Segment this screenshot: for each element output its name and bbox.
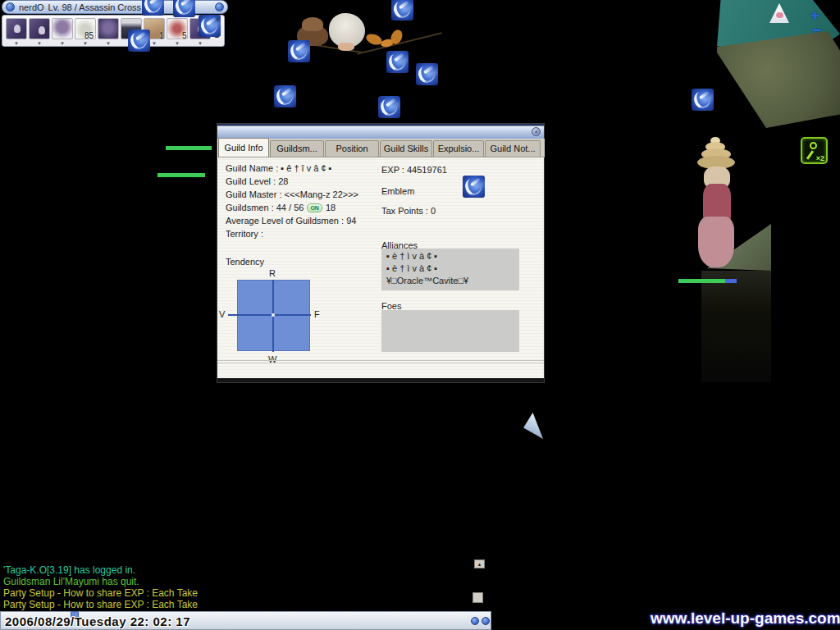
emblem-label: Emblem <box>381 186 414 196</box>
guild-emblem-icon <box>692 89 714 111</box>
slot-dropdown-icon[interactable]: ▼ <box>75 41 96 46</box>
slot-dropdown-icon[interactable]: ▼ <box>29 41 50 46</box>
tab-guildsmen[interactable]: Guildsm... <box>270 140 324 157</box>
close-icon[interactable]: × <box>532 127 541 136</box>
tab-expulsion[interactable]: Expulsio... <box>433 140 484 157</box>
chat-input-bar[interactable]: 2006/08/29/Tuesday 22: 02: 17 <box>0 611 491 630</box>
online-badge: ON <box>307 203 322 212</box>
skill-skull-sword-icon[interactable] <box>98 18 119 39</box>
chat-option-icon[interactable] <box>471 617 479 625</box>
player-info: Lv. 98 / Assassin Cross <box>48 2 142 12</box>
rock-slope-terrain <box>717 31 840 128</box>
character-robe[interactable] <box>698 217 734 267</box>
tendency-axis-r: R <box>269 268 276 278</box>
guild-emblem-icon <box>142 0 164 16</box>
skill-skull-icon[interactable] <box>52 18 73 39</box>
buff-multiplier: ×2 <box>816 154 824 162</box>
tendency-point <box>272 313 275 317</box>
skill-slot-icon[interactable] <box>29 18 50 39</box>
guild-emblem-icon <box>391 0 413 21</box>
alliances-list[interactable]: ▪ è † ì v à ¢ ▪ ▪ è † ì v à ¢ ▪ ¥□Oracle… <box>381 249 519 290</box>
guild-level-line: Guild Level : 28 <box>226 175 358 188</box>
guild-name-line: Guild Name : ▪ ê † î v â ¢ ▪ <box>226 162 358 175</box>
tendency-h-axis <box>228 314 311 316</box>
alliance-entry[interactable]: ▪ è † ì v à ¢ ▪ <box>386 262 514 275</box>
tendency-label: Tendency <box>226 257 264 267</box>
stone-box <box>701 271 771 382</box>
shortcut-bar[interactable]: ▼ ▼ ▼ ▼ ▼ ▼ ▼ ▼ ▼ 85 1 5 1 <box>2 15 225 47</box>
guildsmen-count: Guildsmen : 44 / 56 <box>226 201 304 214</box>
alliance-entry[interactable]: ▪ è † ì v à ¢ ▪ <box>386 250 514 262</box>
hp-bar-green <box>158 173 205 177</box>
slot-dropdown-icon[interactable]: ▼ <box>167 41 188 46</box>
hp-bar-green <box>678 279 725 283</box>
minimize-icon[interactable] <box>215 2 224 11</box>
alliance-entry[interactable]: ¥□Oracle™Cavite□¥ <box>386 275 514 287</box>
chat-message: Party Setup - How to share EXP : Each Ta… <box>3 587 198 599</box>
map-marker-dot <box>776 12 783 18</box>
item-count: 1 <box>159 31 164 40</box>
hp-bar-green <box>166 146 212 150</box>
guild-tab-bar: Guild Info Guildsm... Position Guild Ski… <box>218 139 545 158</box>
chat-message: Guildsman Lil'Mayumi has quit. <box>3 576 139 587</box>
guild-emblem-icon <box>128 30 150 52</box>
tab-guild-info[interactable]: Guild Info <box>218 138 269 157</box>
guild-master-line: Guild Master : <<<Mang-z 22>>> <box>226 188 358 201</box>
close-icon[interactable]: × <box>216 16 220 24</box>
chat-option-icon[interactable] <box>482 617 490 625</box>
tab-guild-skills[interactable]: Guild Skills <box>380 140 432 157</box>
player-sprite-hat-top <box>302 17 323 31</box>
minimap-zoom-out-icon[interactable]: − <box>812 25 821 36</box>
guild-emblem-icon <box>274 85 296 107</box>
guild-emblem-icon <box>416 63 438 85</box>
minimize-icon[interactable] <box>6 2 15 11</box>
guild-window-titlebar[interactable] <box>217 124 544 139</box>
guildsmen-line: Guildsmen : 44 / 56 ON 18 <box>226 201 358 214</box>
guild-emblem-icon <box>386 51 409 73</box>
tendency-axis-f: F <box>314 309 320 319</box>
status-buff-icon: ×2 <box>801 137 828 164</box>
datetime-text: 2006/08/29/Tuesday 22: 02: 17 <box>5 614 190 628</box>
guild-emblem-icon <box>463 176 485 198</box>
foes-list[interactable] <box>381 310 519 352</box>
online-count: 18 <box>326 201 336 214</box>
slot-dropdown-icon[interactable]: ▼ <box>52 41 73 46</box>
server-watermark: www.level-up-games.com <box>651 609 840 629</box>
buff-figure-body <box>806 150 814 160</box>
item-count: 85 <box>84 31 94 40</box>
tax-points: Tax Points : 0 <box>381 206 436 216</box>
guild-info-fields: Guild Name : ▪ ê † î v â ¢ ▪ Guild Level… <box>226 162 358 240</box>
minimap-zoom-in-icon[interactable]: + <box>810 10 819 21</box>
guild-exp: EXP : 44519761 <box>381 165 447 175</box>
divider <box>217 363 544 363</box>
player-name: nerdO <box>19 2 44 12</box>
window-bottom-edge <box>217 378 544 382</box>
divider <box>217 360 544 361</box>
chat-message: 'Taga-K.O[3.19] has logged in. <box>3 564 135 576</box>
tendency-axis-v: V <box>219 309 225 319</box>
tab-guild-notice[interactable]: Guild Not... <box>485 140 541 157</box>
guild-emblem-icon <box>378 96 400 118</box>
guild-emblem-icon <box>288 40 310 62</box>
territory-line: Territory : <box>226 227 358 240</box>
item-count: 5 <box>182 31 187 40</box>
hp-bar-blue-tip <box>725 279 737 283</box>
scroll-up-icon[interactable]: ▲ <box>474 559 485 568</box>
slot-dropdown-icon[interactable]: ▼ <box>189 41 211 46</box>
guild-window[interactable]: × Guild Info Guildsm... Position Guild S… <box>217 123 545 383</box>
player-sprite-face <box>338 43 354 51</box>
scrollbar-thumb[interactable] <box>472 592 483 603</box>
mouse-cursor-icon <box>523 413 543 439</box>
slot-dropdown-icon[interactable]: ▼ <box>6 41 27 46</box>
slot-dropdown-icon[interactable]: ▼ <box>98 41 119 46</box>
guild-emblem-icon <box>173 0 195 17</box>
avg-level-line: Average Level of Guildsmen : 94 <box>226 214 358 227</box>
buff-figure-head <box>810 142 817 149</box>
chat-message: Party Setup - How to share EXP : Each Ta… <box>3 599 198 610</box>
skill-slot-icon[interactable] <box>6 18 27 39</box>
tab-position[interactable]: Position <box>325 140 379 157</box>
